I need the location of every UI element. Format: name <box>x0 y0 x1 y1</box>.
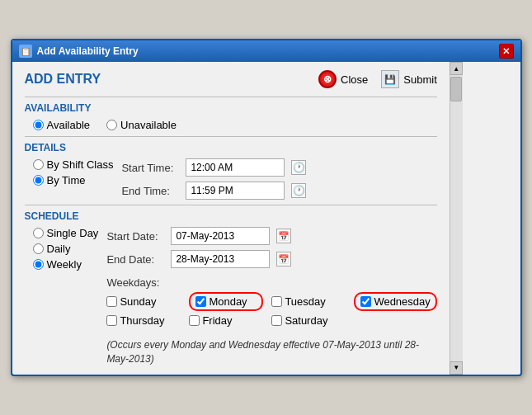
daily-option[interactable]: Daily <box>33 243 99 255</box>
thursday-item[interactable]: Thursday <box>106 314 181 327</box>
wednesday-checkbox[interactable] <box>360 296 371 307</box>
header-buttons: ⊗ Close 💾 Submit <box>318 70 437 88</box>
divider-1 <box>25 97 437 97</box>
submit-icon: 💾 <box>381 70 399 88</box>
weekdays-label: Weekdays: <box>106 276 436 289</box>
start-date-input[interactable] <box>171 227 270 245</box>
end-date-label: End Date: <box>106 253 164 266</box>
close-label: Close <box>341 73 368 86</box>
monday-checkbox[interactable] <box>195 296 206 307</box>
availability-unavailable-option[interactable]: Unavailable <box>106 119 177 131</box>
start-time-clock-icon[interactable]: 🕐 <box>291 160 306 175</box>
weekdays-grid: Sunday Monday Tuesday <box>106 292 436 327</box>
title-bar: 📋 Add Availability Entry ✕ <box>12 40 520 62</box>
daily-radio[interactable] <box>33 243 44 254</box>
thursday-label: Thursday <box>120 314 164 327</box>
monday-label: Monday <box>209 295 247 308</box>
start-date-label: Start Date: <box>106 230 164 243</box>
end-time-input[interactable] <box>186 182 285 200</box>
single-day-option[interactable]: Single Day <box>33 227 99 239</box>
monday-item[interactable]: Monday <box>189 292 263 311</box>
wednesday-label: Wednesday <box>374 295 430 308</box>
unavailable-radio[interactable] <box>106 120 117 130</box>
availability-available-option[interactable]: Available <box>33 119 91 131</box>
by-time-label: By Time <box>47 174 86 186</box>
end-time-row: End Time: 🕐 <box>121 182 306 200</box>
main-window: 📋 Add Availability Entry ✕ ADD ENTRY ⊗ C… <box>11 39 522 376</box>
sunday-item[interactable]: Sunday <box>106 295 181 308</box>
single-day-radio[interactable] <box>33 228 44 238</box>
form-header: ADD ENTRY ⊗ Close 💾 Submit <box>25 70 437 88</box>
start-date-row: Start Date: 📅 <box>106 227 436 245</box>
start-time-row: Start Time: 🕐 <box>121 158 306 177</box>
by-time-option[interactable]: By Time <box>33 174 114 186</box>
weekly-label: Weekly <box>47 258 82 271</box>
schedule-layout: Single Day Daily Weekly Star <box>33 227 437 366</box>
daily-label: Daily <box>47 243 71 255</box>
friday-checkbox[interactable] <box>189 315 200 326</box>
schedule-left: Single Day Daily Weekly <box>33 227 99 366</box>
divider-3 <box>25 205 437 205</box>
by-shift-radio[interactable] <box>33 159 44 170</box>
tuesday-checkbox[interactable] <box>271 296 282 307</box>
scrollbar[interactable]: ▲ ▼ <box>450 62 463 375</box>
title-close-button[interactable]: ✕ <box>499 44 514 59</box>
start-time-input[interactable] <box>186 158 285 177</box>
form-area: ADD ENTRY ⊗ Close 💾 Submit AVAILA <box>25 70 437 366</box>
end-time-label: End Time: <box>121 185 179 197</box>
availability-section-label: AVAILABILITY <box>25 102 437 114</box>
end-date-input[interactable] <box>171 250 270 268</box>
tuesday-label: Tuesday <box>285 295 325 308</box>
by-time-radio[interactable] <box>33 175 44 186</box>
details-section-label: DETAILS <box>25 142 437 153</box>
title-bar-left: 📋 Add Availability Entry <box>19 45 139 58</box>
weekly-option[interactable]: Weekly <box>33 258 99 271</box>
scrollbar-thumb[interactable] <box>450 77 462 101</box>
sunday-checkbox[interactable] <box>106 296 117 307</box>
scrollbar-down-button[interactable]: ▼ <box>450 361 463 375</box>
submit-button[interactable]: 💾 Submit <box>381 70 436 88</box>
divider-2 <box>25 136 437 137</box>
add-entry-title: ADD ENTRY <box>25 72 101 87</box>
details-right: Start Time: 🕐 End Time: 🕐 <box>121 158 306 200</box>
by-shift-label: By Shift Class <box>47 158 114 171</box>
start-time-label: Start Time: <box>121 162 179 174</box>
availability-radio-group: Available Unavailable <box>33 119 437 131</box>
single-day-label: Single Day <box>47 227 99 239</box>
friday-label: Friday <box>202 314 232 327</box>
weekdays-section: Weekdays: Sunday Monday <box>106 276 436 327</box>
weekday-row-2: Thursday Friday Saturday <box>106 314 436 327</box>
weekly-radio[interactable] <box>33 259 44 270</box>
submit-label: Submit <box>403 73 436 86</box>
schedule-right: Start Date: 📅 End Date: 📅 Weekdays: <box>106 227 436 366</box>
sunday-label: Sunday <box>120 295 156 308</box>
end-date-row: End Date: 📅 <box>106 250 436 268</box>
unavailable-label: Unavailable <box>120 119 177 131</box>
saturday-checkbox[interactable] <box>271 315 282 326</box>
main-content: ADD ENTRY ⊗ Close 💾 Submit AVAILA <box>12 62 450 375</box>
tuesday-item[interactable]: Tuesday <box>271 295 346 308</box>
close-icon: ⊗ <box>318 70 337 88</box>
weekday-row-1: Sunday Monday Tuesday <box>106 292 436 311</box>
wednesday-item[interactable]: Wednesday <box>354 292 436 311</box>
available-radio[interactable] <box>33 120 44 130</box>
start-date-calendar-icon[interactable]: 📅 <box>276 229 291 243</box>
close-button[interactable]: ⊗ Close <box>318 70 368 88</box>
details-layout: By Shift Class By Time Start Time: 🕐 <box>33 158 437 200</box>
scrollbar-up-button[interactable]: ▲ <box>450 62 463 75</box>
window-icon: 📋 <box>19 45 32 58</box>
saturday-item[interactable]: Saturday <box>271 314 346 327</box>
occurrence-note: (Occurs every Monday and Wednesday effec… <box>106 338 420 366</box>
saturday-label: Saturday <box>285 314 327 327</box>
friday-item[interactable]: Friday <box>189 314 263 327</box>
thursday-checkbox[interactable] <box>106 315 117 326</box>
end-date-calendar-icon[interactable]: 📅 <box>276 252 291 266</box>
available-label: Available <box>47 119 91 131</box>
end-time-clock-icon[interactable]: 🕐 <box>291 183 306 198</box>
window-title: Add Availability Entry <box>37 45 139 57</box>
details-left: By Shift Class By Time <box>33 158 114 200</box>
window-content: ADD ENTRY ⊗ Close 💾 Submit AVAILA <box>12 62 520 375</box>
by-shift-option[interactable]: By Shift Class <box>33 158 114 171</box>
schedule-section-label: SCHEDULE <box>25 210 437 222</box>
